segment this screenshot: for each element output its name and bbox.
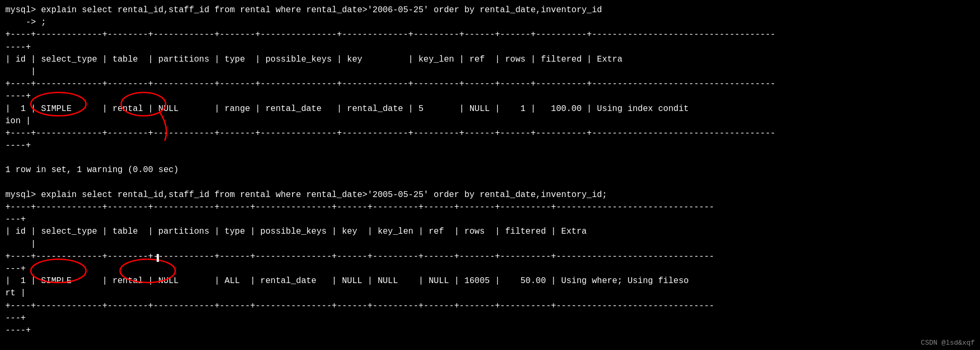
line-6: | 1 | SIMPLE | rental | NULL | range | r… (5, 103, 975, 115)
line-11: mysql> explain select rental_id,staff_id… (5, 189, 975, 201)
line-13b: | (5, 238, 975, 251)
line-4: | id | select_type | table | partitions … (5, 54, 975, 66)
line-5: +----+-------------+--------+-----------… (5, 78, 975, 90)
line-6b: ion | (5, 115, 975, 127)
line-7b: ----+ (5, 140, 975, 152)
line-3: +----+-------------+--------+-----------… (5, 29, 975, 41)
line-1: mysql> explain select rental_id,staff_id… (5, 4, 975, 16)
line-12b: ---+ (5, 214, 975, 226)
line-3b: ----+ (5, 41, 975, 54)
line-13: | id | select_type | table | partitions … (5, 226, 975, 238)
line-2: -> ; (5, 16, 975, 29)
line-7: +----+-------------+--------+-----------… (5, 127, 975, 140)
line-17: ----+ (5, 325, 975, 337)
line-10 (5, 177, 975, 189)
watermark: CSDN @lsd&xqf (921, 339, 975, 347)
line-9: 1 row in set, 1 warning (0.00 sec) (5, 164, 975, 176)
line-14: +----+-------------+--------+-----------… (5, 251, 975, 263)
line-14b: ---+ (5, 263, 975, 275)
line-16b: ---+ (5, 312, 975, 325)
line-15: | 1 | SIMPLE | rental | NULL | ALL | ren… (5, 275, 975, 287)
terminal-window: mysql> explain select rental_id,staff_id… (0, 0, 980, 350)
line-15b: rt | (5, 287, 975, 300)
line-16: +----+-------------+--------+-----------… (5, 300, 975, 312)
line-8 (5, 152, 975, 164)
line-4b: | (5, 66, 975, 78)
line-12: +----+-------------+--------+-----------… (5, 201, 975, 214)
line-5b: ----+ (5, 90, 975, 103)
